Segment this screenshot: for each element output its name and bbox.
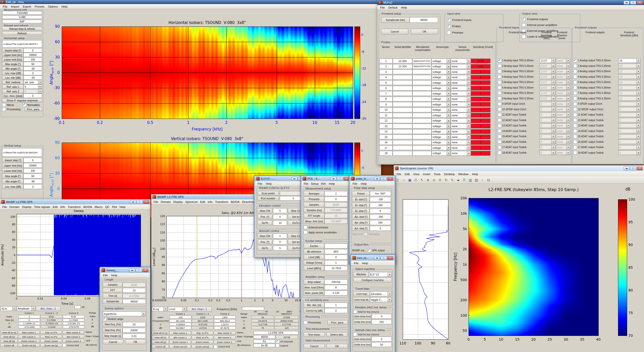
chevron-down-icon[interactable]: ▼ (551, 140, 555, 144)
sensitivity-value[interactable]: 1 (471, 151, 490, 156)
menu-item[interactable]: Edit (403, 172, 412, 176)
chevron-down-icon[interactable]: ▼ (636, 91, 640, 95)
phantom-power-dropdown[interactable]: none▼ (556, 85, 570, 90)
option-checkbox[interactable] (447, 31, 451, 34)
winmf-sweep-titlebar[interactable]: WinMF L2-FRE.SPK ▬▢✕ (0, 199, 150, 204)
serial-identifier[interactable]: 12-304 (393, 64, 412, 69)
cursor-button[interactable]: Min cursor 1 (18, 335, 40, 338)
menu-item[interactable]: Transform (214, 200, 229, 204)
phantom-power-dropdown[interactable]: none▼ (556, 107, 570, 112)
chevron-down-icon[interactable]: ▼ (447, 64, 450, 69)
cursor2-value[interactable]: 995.3613 (214, 319, 236, 322)
menu-item[interactable]: Info (59, 205, 66, 209)
step-value[interactable]: 5 (273, 246, 287, 251)
cursor1-value[interactable]: 0.95569 (170, 323, 191, 326)
sensitivity-value[interactable]: 0.02 (471, 64, 490, 69)
zoom-button[interactable]: Red. to 2^n (40, 335, 62, 338)
characteristic-dropdown[interactable]: none▼ (451, 86, 471, 91)
chevron-down-icon[interactable]: ▼ (467, 113, 471, 117)
chevron-down-icon[interactable]: ▼ (566, 118, 570, 122)
menu-item[interactable]: File (395, 172, 403, 176)
sensortype-dropdown[interactable]: voltage▼ (432, 64, 451, 69)
chevron-down-icon[interactable]: ▼ (636, 107, 640, 111)
configure-machine-button[interactable]: Configure machine (353, 278, 392, 282)
chevron-down-icon[interactable]: ▼ (447, 97, 450, 101)
sensitivity-value[interactable]: 1 (471, 91, 490, 96)
field-value[interactable]: 0 (324, 197, 348, 202)
output-sensitivity-dropdown[interactable]: 13▼ (618, 85, 640, 90)
input-sensitivity-dropdown[interactable]: 13.57▼ (540, 58, 555, 63)
menu-item[interactable]: Transform (66, 205, 82, 209)
menu-item[interactable]: Edit (199, 200, 206, 204)
detect-dist-button[interactable]: Detect dist. (326, 332, 348, 337)
output-enable-checkbox[interactable] (573, 80, 577, 84)
serial-identifier[interactable] (393, 91, 412, 96)
view-button[interactable]: View all (y) (1, 339, 18, 343)
mic-compensation[interactable] (412, 151, 432, 156)
zoom-button[interactable]: Red. to 2^n (192, 336, 213, 339)
output-sensitivity-dropdown[interactable]: 0▼ (618, 150, 640, 155)
field-value[interactable]: 8 (324, 285, 348, 290)
output-enable-checkbox[interactable] (573, 97, 577, 100)
sensortype-dropdown[interactable]: voltage▼ (432, 97, 451, 101)
step-button[interactable]: GoTo (258, 246, 272, 251)
exciter-button[interactable]: Exciter (304, 243, 324, 249)
output-sensitivity-dropdown[interactable]: 13▼ (618, 96, 640, 101)
serial-identifier[interactable] (393, 134, 412, 139)
phantom-power-dropdown[interactable]: none▼ (556, 129, 570, 133)
y-quantity-dropdown[interactable]: Level▼ (168, 307, 187, 311)
cursor1-value[interactable]: 93.5857 (170, 326, 191, 329)
chevron-down-icon[interactable]: ▼ (447, 91, 450, 96)
chevron-down-icon[interactable]: ▼ (447, 86, 450, 90)
option-checkbox[interactable] (447, 24, 451, 28)
step-value[interactable]: 1 (273, 233, 287, 238)
chevron-down-icon[interactable]: ▼ (636, 124, 640, 128)
chevron-down-icon[interactable]: ▼ (566, 69, 570, 73)
chevron-down-icon[interactable]: ▼ (467, 70, 471, 74)
input-sensitivity-dropdown[interactable]: 0▼ (540, 145, 555, 150)
input-enable-checkbox[interactable] (498, 86, 501, 89)
sensitivity-value[interactable]: 1 (471, 69, 490, 74)
minimize-button[interactable]: ▬ (624, 1, 630, 5)
chevron-down-icon[interactable]: ▼ (467, 135, 471, 139)
characteristic-dropdown[interactable]: none▼ (451, 118, 471, 123)
input-sensitivity-dropdown[interactable]: 13.57▼ (540, 64, 555, 68)
mirror-checkbox[interactable] (2, 103, 6, 107)
turn-ta-titlebar[interactable]: turn_ta... ▬▢✕ (351, 255, 394, 261)
sensitivity-value[interactable]: 1 (471, 86, 490, 91)
chevron-down-icon[interactable]: ▼ (551, 113, 555, 117)
input-sensitivity-dropdown[interactable]: 0▼ (540, 140, 555, 144)
menu-item[interactable]: Desktop (442, 172, 456, 176)
characteristic-dropdown[interactable]: none▼ (451, 113, 471, 118)
maximize-button[interactable]: ▢ (630, 1, 636, 5)
mic-compensation[interactable] (412, 145, 432, 150)
menu-item[interactable]: Default (387, 6, 399, 9)
serial-identifier[interactable] (393, 97, 412, 101)
field-value[interactable]: 0 (23, 94, 42, 98)
minimize-button[interactable]: ▬ (374, 177, 380, 181)
chevron-down-icon[interactable]: ▼ (467, 119, 471, 123)
field-value[interactable]: 3 (23, 184, 42, 189)
chevron-down-icon[interactable]: ▼ (566, 124, 570, 128)
minimize-button[interactable]: ▬ (130, 200, 136, 204)
dbfs-meter-slider[interactable] (242, 307, 264, 310)
cursor1-value[interactable]: 98.1445 (170, 319, 191, 322)
chevron-down-icon[interactable]: ▼ (551, 145, 555, 149)
serial-identifier[interactable] (393, 145, 412, 150)
maximize-button[interactable]: ▢ (337, 177, 343, 181)
input-sensitivity-dropdown[interactable]: 13.57▼ (540, 69, 555, 74)
minimize-button[interactable]: ▬ (330, 177, 336, 181)
menu-item[interactable]: Help (264, 182, 274, 185)
serial-identifier[interactable] (393, 118, 412, 123)
chevron-down-icon[interactable]: ▼ (182, 307, 186, 311)
menu-item[interactable]: Help (110, 274, 119, 277)
ok-button[interactable]: OK (411, 29, 438, 34)
dropdown[interactable]: 0▼ (23, 85, 42, 89)
input-sensitivity-dropdown[interactable]: 13.57▼ (540, 74, 555, 79)
close-button[interactable]: ✕ (637, 167, 643, 170)
cursor1-value[interactable]: 1 (18, 315, 40, 318)
chevron-down-icon[interactable]: ▼ (566, 140, 570, 144)
menu-item[interactable]: File (1, 205, 8, 209)
reload-button[interactable]: Reload data & refresh (2, 27, 42, 31)
chevron-down-icon[interactable]: ▼ (566, 96, 570, 100)
